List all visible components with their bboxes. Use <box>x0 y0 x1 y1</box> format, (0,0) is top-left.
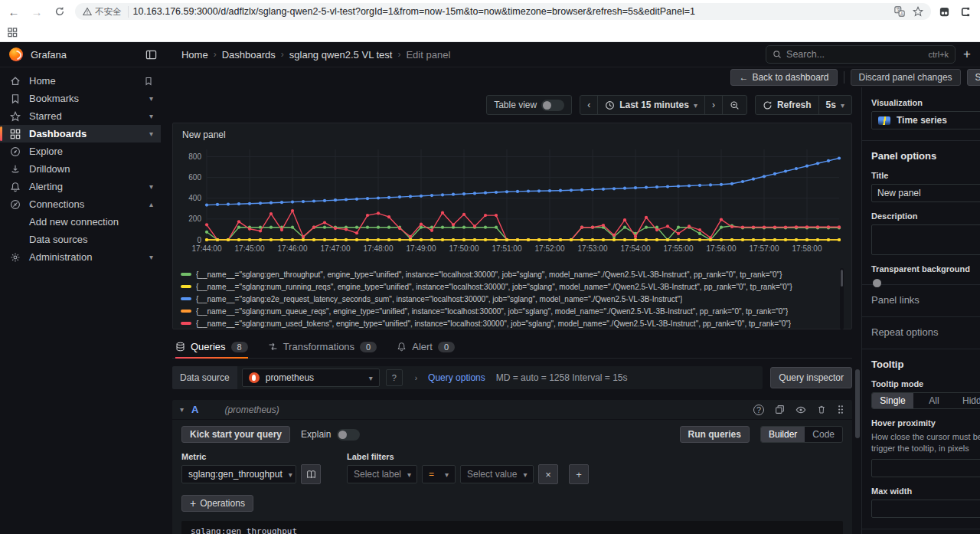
legend-item[interactable]: {__name__="sglang:e2e_request_latency_se… <box>181 293 836 305</box>
max-width-input[interactable] <box>871 500 980 518</box>
select-value-dropdown[interactable]: Select value ▾ <box>460 465 534 483</box>
bell-icon <box>397 342 407 352</box>
bookmark-star-icon[interactable] <box>913 6 923 17</box>
apps-grid-icon[interactable] <box>8 28 18 38</box>
legend-item[interactable]: {__name__="sglang:gen_throughput", engin… <box>181 268 836 280</box>
sidebar-item-add-new-connection[interactable]: Add new connection <box>0 213 161 231</box>
bookmark-icon[interactable] <box>144 77 153 86</box>
svg-text:17:48:00: 17:48:00 <box>364 244 394 253</box>
zoom-out-button[interactable] <box>723 96 746 114</box>
panel-options-header[interactable]: Panel options <box>871 150 980 162</box>
query-inspector-button[interactable]: Query inspector <box>770 367 852 388</box>
sidebar-item-bookmarks[interactable]: Bookmarks▾ <box>0 90 161 107</box>
trash-icon[interactable] <box>817 405 826 414</box>
browser-forward-button[interactable]: → <box>29 4 44 19</box>
profile-icon[interactable] <box>959 6 971 18</box>
sidebar-item-connections[interactable]: Connections▴ <box>0 195 161 213</box>
save-dashboard-button[interactable]: Save dashboard <box>967 69 980 86</box>
description-textarea[interactable] <box>871 224 980 255</box>
add-filter-button[interactable]: + <box>569 464 589 484</box>
url-bar[interactable]: 不安全 10.163.176.59:3000/d/adflzlx/sglang-… <box>75 3 931 20</box>
mega-menu-toggle[interactable] <box>143 46 160 63</box>
time-range-forward-button[interactable]: › <box>705 96 723 114</box>
explain-toggle[interactable]: Explain <box>301 429 360 441</box>
sidebar-item-drilldown[interactable]: Drilldown <box>0 160 161 178</box>
sidebar-item-administration[interactable]: Administration▾ <box>0 248 161 266</box>
sidebar-item-starred[interactable]: Starred▾ <box>0 107 161 125</box>
grafana-logo-icon[interactable] <box>9 48 23 61</box>
global-search[interactable]: ctrl+k <box>766 45 956 64</box>
time-range-picker[interactable]: Last 15 minutes ▾ <box>598 96 705 114</box>
metrics-explorer-button[interactable] <box>301 464 321 484</box>
panel-title-input[interactable] <box>871 184 980 202</box>
query-row-header[interactable]: ▾ A (prometheus) ? <box>172 400 852 420</box>
main-scrollbar[interactable] <box>855 369 860 534</box>
add-operations-button[interactable]: +Operations <box>181 495 253 512</box>
browser-reload-button[interactable] <box>52 4 67 19</box>
legend-item[interactable]: {__name__="sglang:num_running_reqs", eng… <box>181 280 836 293</box>
breadcrumb-separator: › <box>397 49 400 60</box>
timeseries-plot[interactable]: 020040060080017:44:0017:45:0017:46:0017:… <box>181 143 844 264</box>
legend-scrollbar[interactable] <box>840 268 844 329</box>
extensions-icon[interactable] <box>939 6 950 18</box>
tooltip-header[interactable]: Tooltip <box>871 359 980 370</box>
discard-panel-changes-button[interactable]: Discard panel changes <box>851 69 961 86</box>
kick-start-query-button[interactable]: Kick start your query <box>181 426 290 443</box>
svg-text:600: 600 <box>188 173 201 182</box>
sidebar-item-alerting[interactable]: Alerting▾ <box>0 178 161 195</box>
collapse-chevron-icon[interactable]: ▾ <box>180 405 184 414</box>
translate-icon[interactable]: 文A <box>894 6 905 17</box>
back-to-dashboard-button[interactable]: ←Back to dashboard <box>730 69 837 86</box>
query-options-toggle[interactable]: Query options <box>428 372 485 383</box>
panel-links-header[interactable]: Panel links <box>871 294 980 306</box>
table-view-toggle[interactable]: Table view <box>487 96 571 114</box>
select-label-dropdown[interactable]: Select label ▾ <box>347 465 417 483</box>
sidebar-item-explore[interactable]: Explore <box>0 143 161 160</box>
add-new-button[interactable]: + <box>963 47 971 62</box>
remove-filter-button[interactable]: × <box>538 464 558 484</box>
repeat-options-header[interactable]: Repeat options <box>871 326 980 338</box>
table-view-switch[interactable] <box>541 100 564 111</box>
refresh-interval-dropdown[interactable]: 5s ▾ <box>819 96 851 114</box>
tab-queries[interactable]: Queries8 <box>175 341 248 358</box>
tooltip-mode-hidden[interactable]: Hidden <box>955 393 980 408</box>
eye-icon[interactable] <box>795 405 806 415</box>
tab-transformations[interactable]: Transformations0 <box>268 341 377 358</box>
run-queries-button[interactable]: Run queries <box>680 426 750 443</box>
time-range-back-button[interactable]: ‹ <box>580 96 598 114</box>
visualization-picker[interactable]: Time series ▾ <box>871 111 980 129</box>
query-ref-datasource: (prometheus) <box>224 405 279 415</box>
drag-handle-icon[interactable] <box>837 405 844 414</box>
datasource-help-button[interactable]: ? <box>386 369 403 386</box>
search-input[interactable] <box>786 49 923 60</box>
legend-item[interactable]: {__name__="sglang:num_used_tokens", engi… <box>181 317 836 329</box>
datasource-picker[interactable]: prometheus ▾ <box>242 369 380 387</box>
chevron-down-icon: ▾ <box>149 129 153 138</box>
bookmark-icon <box>9 93 21 104</box>
operator-dropdown[interactable]: = ▾ <box>422 465 456 483</box>
chevron-down-icon: ▾ <box>149 253 153 261</box>
not-secure-chip[interactable]: 不安全 <box>83 6 129 18</box>
metric-select[interactable]: sglang:gen_throughput ▾ <box>181 465 296 483</box>
svg-text:17:57:00: 17:57:00 <box>750 244 779 253</box>
hover-proximity-input[interactable] <box>871 459 980 477</box>
browser-back-button[interactable]: ← <box>6 4 21 19</box>
sidebar-item-home[interactable]: Home <box>0 72 161 90</box>
chevron-down-icon: ▾ <box>523 470 527 479</box>
sidebar-item-data-sources[interactable]: Data sources <box>0 231 161 248</box>
refresh-button[interactable]: Refresh <box>756 96 819 114</box>
tooltip-mode-all[interactable]: All <box>913 393 955 408</box>
query-help-icon[interactable]: ? <box>753 405 764 415</box>
code-mode-button[interactable]: Code <box>805 427 842 442</box>
tooltip-mode-single[interactable]: Single <box>872 393 913 408</box>
breadcrumb-home[interactable]: Home <box>181 49 208 61</box>
explain-switch[interactable] <box>337 429 360 441</box>
builder-mode-button[interactable]: Builder <box>761 427 805 442</box>
tab-alert[interactable]: Alert0 <box>397 341 455 358</box>
legend-item[interactable]: {__name__="sglang:num_queue_reqs", engin… <box>181 305 836 317</box>
sidebar-item-dashboards[interactable]: Dashboards▾ <box>0 125 161 143</box>
panel-title[interactable]: New panel <box>181 128 844 143</box>
breadcrumb-dashboard-name[interactable]: sglang qwen2.5 VL test <box>289 49 393 61</box>
duplicate-icon[interactable] <box>775 405 785 414</box>
breadcrumb-dashboards[interactable]: Dashboards <box>222 49 276 61</box>
